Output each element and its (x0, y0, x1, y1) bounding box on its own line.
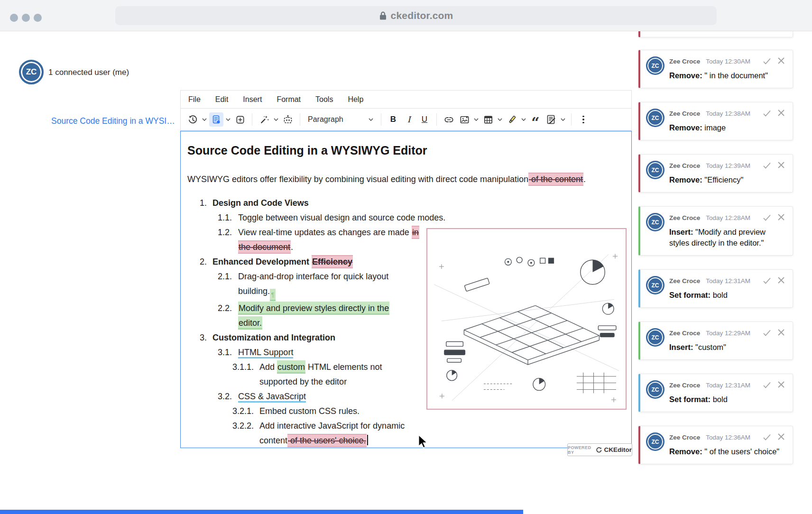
author-name: Zee Croce (669, 277, 700, 285)
suggestion-card-format[interactable]: ZCZee CroceToday 12:31AMSet format: bold (638, 374, 793, 412)
highlight-button[interactable] (505, 112, 519, 127)
editor-content[interactable]: Source Code Editing in a WYSIWYG Editor … (180, 131, 632, 448)
chevron-down-icon[interactable] (497, 112, 503, 127)
discard-close-icon[interactable] (777, 276, 785, 285)
doc-image[interactable] (426, 228, 627, 410)
lock-icon (379, 11, 387, 20)
chevron-down-icon (369, 118, 373, 121)
suggestion-card-insert[interactable]: ZCZee CroceToday 12:28AMInsert: "Modify … (638, 206, 793, 256)
menu-item-format[interactable]: Format (277, 95, 301, 104)
accept-check-icon[interactable] (762, 380, 772, 390)
track-changes-button[interactable] (209, 112, 223, 127)
bold-button[interactable]: B (386, 112, 400, 127)
address-bar[interactable]: ckeditor.com (115, 6, 717, 25)
underline-button[interactable]: U (417, 112, 432, 127)
add-comment-button[interactable] (233, 112, 247, 127)
suggestion-card-remove[interactable]: ZCZee CroceToday 12:39AMRemove: "Efficie… (638, 154, 793, 193)
window-close-dot[interactable] (10, 14, 18, 22)
document-link[interactable]: Source Code Editing in a WYSI… (51, 116, 175, 126)
accept-check-icon[interactable] (762, 276, 772, 285)
insert-table-button[interactable] (481, 112, 495, 127)
italic-label: I (407, 115, 411, 124)
accept-check-icon[interactable] (762, 213, 772, 222)
underline-label: U (422, 115, 427, 124)
format-changed-text: HTML Support (238, 348, 293, 357)
powered-by-badge[interactable]: POWERED BY CKEditor (567, 443, 632, 456)
timestamp: Today 12:28AM (706, 214, 750, 221)
list-number: 1. (200, 196, 208, 211)
menu-item-edit[interactable]: Edit (215, 95, 229, 104)
discard-close-icon[interactable] (777, 161, 785, 169)
window-minimize-dot[interactable] (22, 14, 30, 22)
discard-close-icon[interactable] (777, 56, 785, 65)
table-icon (483, 114, 494, 125)
discard-close-icon[interactable] (777, 109, 785, 117)
document-heading: Source Code Editing in a WYSIWYG Editor (187, 144, 625, 157)
accept-check-icon[interactable] (762, 109, 772, 118)
discard-close-icon[interactable] (777, 328, 785, 337)
accept-check-icon[interactable] (762, 56, 772, 66)
list-text: Customization and Integration (212, 330, 335, 345)
suggestions-sidebar: ZCZee CroceToday 12:30AMRemove: " in the… (638, 0, 793, 478)
suggestion-card-insert[interactable]: ZCZee CroceToday 12:29AMInsert: "custom" (638, 321, 793, 360)
list-number: 1.2. (218, 225, 234, 255)
add-comment-icon (235, 114, 246, 125)
removed-text: Efficiency (312, 255, 353, 268)
revision-history-button[interactable] (185, 112, 200, 127)
accept-check-icon[interactable] (762, 432, 772, 442)
chevron-down-icon[interactable] (225, 112, 231, 127)
brand-label: CKEditor (604, 446, 632, 453)
inserted-text: Modify and preview styles directly in th… (238, 302, 389, 315)
list-text: Modify and preview styles directly in th… (238, 301, 389, 330)
suggestion-card-remove[interactable]: ZCZee CroceToday 12:38AMRemove: image (638, 102, 793, 140)
paragraph-dropdown[interactable]: Paragraph (305, 112, 376, 127)
magic-wand-button[interactable] (257, 112, 271, 127)
source-template-icon (545, 114, 557, 125)
accept-check-icon[interactable] (762, 161, 772, 170)
overflow-menu-button[interactable] (576, 112, 591, 127)
author-name: Zee Croce (669, 110, 700, 117)
removed-text: of the content (528, 173, 583, 186)
chevron-down-icon[interactable] (473, 112, 480, 127)
bold-label: B (390, 115, 396, 124)
list-text: Design and Code Views (212, 196, 309, 211)
discard-close-icon[interactable] (777, 213, 785, 221)
suggestion-card-remove[interactable]: ZCZee CroceToday 12:30AMRemove: " in the… (638, 50, 793, 88)
suggestion-card-remove[interactable]: ZCZee CroceToday 12:36AMRemove: " of the… (638, 426, 793, 464)
link-button[interactable] (442, 112, 456, 127)
toolbar-divider (571, 113, 572, 126)
author-name: Zee Croce (669, 214, 700, 221)
list-text: HTML Support (238, 345, 293, 360)
ckeditor-logo-icon (596, 447, 602, 453)
chevron-down-icon[interactable] (273, 112, 279, 127)
chevron-down-icon[interactable] (560, 112, 566, 127)
document-intro: WYSIWYG editors offer flexibility by com… (187, 172, 625, 187)
menu-item-file[interactable]: File (188, 95, 201, 104)
chevron-down-icon[interactable] (201, 112, 208, 127)
track-changes-icon (211, 114, 221, 125)
list-item: 3.2.2.Add interactive JavaScript for dyn… (187, 419, 625, 448)
chevron-down-icon[interactable] (520, 112, 527, 127)
list-number: 1.1. (218, 211, 234, 225)
discard-close-icon[interactable] (777, 432, 785, 441)
link-icon (443, 114, 454, 125)
avatar: ZC (646, 432, 664, 451)
list-text: Add custom HTML elements notsupported by… (259, 360, 382, 389)
connected-users-label: 1 connected user (me) (48, 68, 129, 77)
discard-close-icon[interactable] (777, 380, 785, 389)
ai-assistant-button[interactable] (281, 112, 295, 127)
accept-check-icon[interactable] (762, 328, 772, 338)
menu-item-tools[interactable]: Tools (315, 95, 333, 104)
suggestion-card-format[interactable]: ZCZee CroceToday 12:31AMSet format: bold (638, 269, 793, 308)
window-maximize-dot[interactable] (34, 14, 42, 22)
avatar: ZC (646, 213, 664, 231)
menu-item-help[interactable]: Help (348, 95, 363, 104)
insert-image-button[interactable] (457, 112, 471, 127)
source-template-button[interactable] (544, 112, 558, 127)
author-name: Zee Croce (669, 382, 700, 389)
author-name: Zee Croce (669, 162, 700, 169)
block-quote-button[interactable]: “ (528, 112, 543, 127)
italic-button[interactable]: I (402, 112, 416, 127)
menu-item-insert[interactable]: Insert (243, 95, 262, 104)
editor: FileEditInsertFormatToolsHelp (180, 90, 632, 448)
